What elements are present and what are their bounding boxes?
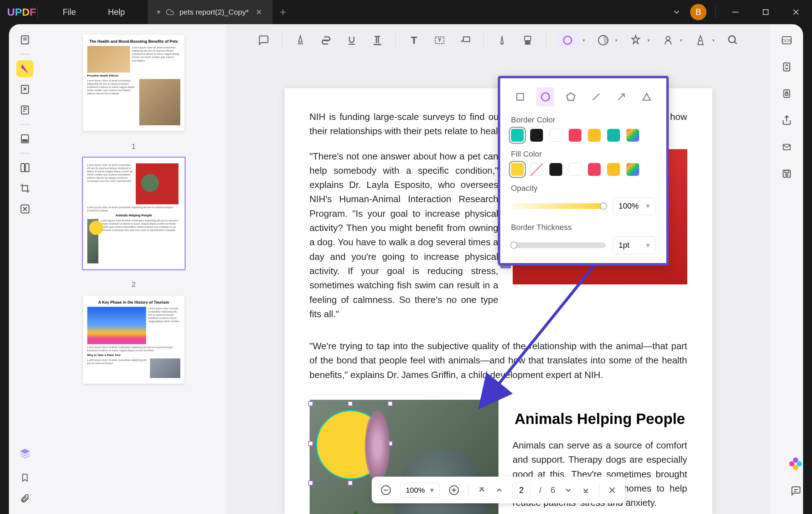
triangle-shape-button[interactable] [637, 87, 656, 106]
attachment-button[interactable] [16, 490, 33, 507]
opacity-slider[interactable] [511, 203, 606, 209]
fill-color-yellow2[interactable] [607, 163, 620, 176]
svg-marker-40 [567, 93, 575, 100]
page-tool[interactable] [16, 101, 33, 119]
sticker-tool[interactable] [596, 33, 611, 48]
border-color-custom[interactable] [626, 129, 639, 142]
user-avatar[interactable]: B [690, 4, 707, 20]
arrow-shape-button[interactable] [612, 87, 630, 106]
page-separator: / [539, 485, 542, 495]
text-tool[interactable] [407, 33, 421, 48]
border-color-yellow[interactable] [588, 129, 601, 142]
signature-tool[interactable] [661, 33, 676, 48]
pager-close-button[interactable] [608, 486, 616, 494]
zoom-out-button[interactable] [381, 485, 391, 495]
underline-tool[interactable] [344, 33, 359, 48]
border-color-white[interactable] [549, 129, 562, 142]
first-page-button[interactable] [477, 486, 486, 494]
menu-help[interactable]: Help [92, 7, 141, 17]
svg-marker-17 [21, 449, 30, 454]
comment-panel-button[interactable] [789, 484, 803, 498]
last-page-button[interactable] [581, 486, 590, 494]
border-color-black[interactable] [530, 129, 543, 142]
border-color-red[interactable] [569, 129, 581, 142]
ai-assistant-icon[interactable] [788, 456, 803, 471]
polygon-shape-button[interactable] [562, 87, 580, 106]
pen-dropdown-icon[interactable]: ▾ [712, 37, 715, 43]
shape-tool[interactable] [557, 33, 578, 48]
signature-dropdown-icon[interactable]: ▾ [680, 37, 682, 43]
fill-color-red[interactable] [588, 163, 601, 176]
stamp-tool[interactable] [628, 33, 643, 48]
page-number-input[interactable] [512, 482, 530, 498]
thumbnail-page-3[interactable]: A Key Phase in the History of Tourism Lo… [83, 296, 185, 384]
svg-point-25 [729, 36, 735, 43]
fill-color-yellow[interactable] [511, 163, 524, 176]
border-color-teal2[interactable] [607, 129, 620, 142]
shape-dropdown-icon[interactable]: ▾ [583, 37, 585, 43]
convert-button[interactable] [780, 60, 794, 74]
zoom-select[interactable]: 100%▾ [400, 483, 440, 498]
svg-rect-0 [732, 12, 739, 12]
comment-tool[interactable] [16, 60, 33, 77]
maximize-button[interactable] [755, 3, 776, 21]
save-button[interactable] [780, 167, 794, 181]
fill-color-none[interactable] [530, 163, 543, 176]
svg-rect-1 [763, 10, 768, 15]
note-tool[interactable] [256, 33, 271, 48]
window-chevron-icon[interactable] [672, 7, 681, 17]
layers-button[interactable] [16, 445, 33, 462]
line-shape-button[interactable] [587, 87, 605, 106]
email-button[interactable] [780, 140, 794, 154]
ocr-button[interactable]: OCR [780, 33, 794, 47]
left-toolbar [9, 24, 41, 514]
opacity-value[interactable]: 100%▾ [613, 197, 656, 215]
fill-color-custom[interactable] [626, 163, 639, 176]
shape-properties-panel: Border Color Fill Color Opacity [498, 76, 669, 266]
thickness-value[interactable]: 1pt▾ [613, 236, 656, 254]
minimize-button[interactable] [725, 3, 746, 21]
stamp-dropdown-icon[interactable]: ▾ [647, 37, 650, 43]
textbox-tool[interactable] [432, 33, 447, 48]
svg-point-54 [797, 461, 802, 467]
redact-tool[interactable] [16, 130, 33, 147]
thickness-slider[interactable] [511, 242, 606, 248]
next-page-button[interactable] [564, 486, 573, 494]
border-color-teal[interactable] [511, 129, 524, 142]
tools-tool[interactable] [16, 200, 33, 217]
rectangle-shape-button[interactable] [511, 87, 529, 106]
tab-close-icon[interactable]: × [254, 6, 263, 18]
strikethrough-tool[interactable] [319, 33, 333, 48]
thumbnail-number-1: 1 [131, 142, 135, 151]
pen-tool[interactable] [693, 33, 708, 48]
pencil-tool[interactable] [495, 33, 510, 48]
sticker-dropdown-icon[interactable]: ▾ [615, 37, 617, 43]
fill-color-black[interactable] [549, 163, 562, 176]
edit-tool[interactable] [16, 81, 33, 98]
tab-dropdown-icon[interactable]: ▾ [157, 8, 161, 16]
callout-tool[interactable] [458, 33, 473, 48]
close-window-button[interactable] [785, 3, 807, 21]
document-tab[interactable]: ▾ pets report(2)_Copy* × [148, 0, 272, 24]
eraser-tool[interactable] [520, 33, 535, 48]
thumbnail-page-1[interactable]: The Health and Mood-Boosting Benefits of… [83, 35, 185, 131]
oval-shape-button[interactable] [536, 87, 554, 106]
new-tab-button[interactable]: + [273, 6, 294, 19]
thumbnails-panel: The Health and Mood-Boosting Benefits of… [41, 24, 226, 514]
organize-tool[interactable] [16, 159, 33, 176]
highlight-tool[interactable] [293, 33, 308, 48]
bookmark-button[interactable] [16, 469, 33, 486]
page-total: 6 [550, 485, 555, 495]
squiggly-tool[interactable] [370, 33, 385, 48]
search-tool[interactable] [725, 33, 740, 48]
crop-tool[interactable] [16, 180, 33, 197]
zoom-in-button[interactable] [449, 485, 459, 495]
menu-file[interactable]: File [47, 7, 92, 17]
reader-tool[interactable] [16, 31, 33, 48]
fill-color-white[interactable] [569, 163, 581, 176]
prev-page-button[interactable] [495, 486, 503, 494]
protect-button[interactable] [780, 86, 794, 101]
share-button[interactable] [780, 113, 794, 127]
titlebar: UPDF File Help ▾ pets report(2)_Copy* × … [0, 0, 812, 24]
thumbnail-page-2[interactable]: Lorem ipsum dolor sit amet consectetur e… [83, 158, 185, 269]
